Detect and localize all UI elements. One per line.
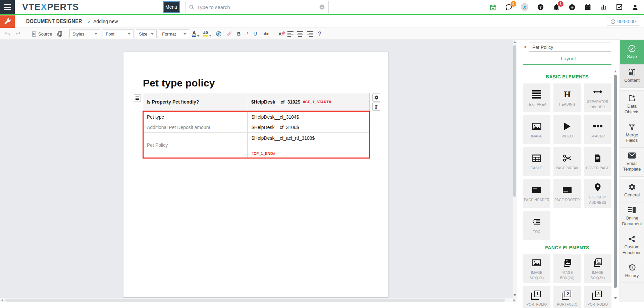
document-page[interactable]: Pet type policy Is Property Pet fiendly?… [123, 52, 388, 298]
merge-field-value[interactable]: $HelpDesk__cf_acf_rtf_3108$ [252, 135, 315, 141]
rail-item-content[interactable]: Content [620, 65, 644, 88]
size-select[interactable]: Size [136, 29, 157, 38]
user-profile-icon[interactable] [631, 3, 639, 11]
table-row[interactable]: Is Property Pet fiendly? $HelpDesk__cf_3… [143, 93, 369, 111]
search-scope-chevron-icon[interactable] [319, 4, 325, 10]
chat-icon[interactable]: 0 [505, 3, 513, 11]
redo-icon[interactable] [14, 30, 22, 38]
breadcrumb-module[interactable]: DOCUMENT DESIGNER [26, 18, 82, 25]
tile-portfolio-1x[interactable]: 1 PORTFOLIO (1X) [523, 286, 550, 308]
extension-wrench-icon[interactable] [0, 15, 15, 28]
quick-create-plus-icon[interactable] [568, 3, 576, 11]
tile-page-footer[interactable]: PAGE FOOTER [553, 179, 581, 208]
table-cell-label[interactable]: Pet Policy [144, 133, 248, 158]
tab-layout[interactable]: Layout [517, 56, 620, 61]
conditional-field-group[interactable]: Pet type $HelpDesk__cf_3104$ Additional … [143, 111, 370, 159]
fancy-elements-heading[interactable]: FANCY ELEMENTS [523, 245, 611, 250]
link-icon[interactable] [215, 30, 223, 38]
tile-image-box-3x[interactable]: IMAGE BOX(3X) [584, 254, 611, 283]
hamburger-menu-icon[interactable] [0, 0, 15, 14]
scroll-left-icon[interactable] [0, 298, 5, 302]
save-button[interactable]: Save [620, 40, 644, 65]
search-input[interactable] [197, 4, 319, 10]
tile-image-box-1x[interactable]: IMAGE BOX(1X) [523, 254, 550, 283]
rail-item-history[interactable]: History [620, 260, 644, 283]
document-title[interactable]: Pet type policy [143, 77, 388, 89]
merge-table[interactable]: Is Property Pet fiendly? $HelpDesk__cf_3… [143, 93, 370, 158]
tile-heading[interactable]: H HEADING [553, 83, 581, 112]
canvas-vertical-scrollbar[interactable] [512, 40, 517, 298]
notifications-bell-icon[interactable]: 1 [552, 3, 560, 11]
timer-widget[interactable]: 00:00:00 [607, 17, 640, 26]
events-calendar-check-icon[interactable] [489, 3, 497, 11]
table-cell-label[interactable]: Additional Pet Deposit amount [144, 122, 248, 132]
block-settings-gear-icon[interactable] [372, 94, 380, 102]
tile-portfolio-3x[interactable]: 3 PORTFOLIO (3X) [584, 286, 611, 308]
strikethrough-button[interactable]: abc [261, 32, 271, 36]
menu-button[interactable]: Menu [163, 1, 180, 13]
table-row[interactable]: Pet Policy $HelpDesk__cf_acf_rtf_3108$ #… [144, 132, 369, 158]
panel-scroll-up-icon[interactable] [613, 69, 618, 73]
italic-button[interactable]: I [245, 31, 250, 37]
rail-item-merge-fields[interactable]: Merge Fields [620, 119, 644, 148]
tile-bill-ship-address[interactable]: BILL/SHIP ADDRESS [584, 179, 611, 208]
rail-item-custom-functions[interactable]: Custom Functions [620, 231, 644, 260]
tile-page-header[interactable]: PAGE HEADER [523, 179, 550, 208]
panel-scroll-down-icon[interactable] [613, 296, 618, 300]
scroll-right-icon[interactable] [512, 298, 517, 302]
table-cell-value[interactable]: $HelpDesk__cf_3102$ #CF_1_START# [247, 93, 369, 111]
table-cell-value[interactable]: $HelpDesk__cf_3106$ [248, 122, 369, 132]
background-color-button[interactable]: ab [203, 30, 212, 38]
tile-portfolio-2x[interactable]: 2 PORTFOLIO (2X) [553, 286, 581, 308]
table-cell-label[interactable]: Pet type [144, 112, 248, 122]
table-cell-value[interactable]: $HelpDesk__cf_3104$ [248, 112, 369, 122]
table-row[interactable]: Pet type $HelpDesk__cf_3104$ [144, 112, 369, 122]
rail-item-general[interactable]: General [620, 179, 644, 202]
align-right-button[interactable] [306, 31, 314, 37]
tile-page-break[interactable]: PAGE BREAK [553, 147, 581, 176]
rail-item-data-objects[interactable]: Data Objects [620, 90, 644, 119]
table-cell-label[interactable]: Is Property Pet fiendly? [143, 93, 247, 111]
rail-item-online-document[interactable]: Online Document [620, 202, 644, 231]
block-delete-trash-icon[interactable] [372, 103, 380, 111]
align-center-button[interactable] [297, 31, 304, 37]
rail-item-email-template[interactable]: Email Template [620, 148, 644, 177]
source-button[interactable]: Source [30, 31, 53, 37]
align-left-button[interactable] [287, 31, 294, 37]
scroll-down-icon[interactable] [513, 293, 517, 298]
templates-icon[interactable] [56, 30, 64, 38]
vtexperts-x-icon[interactable]: X [521, 3, 528, 11]
tile-separator-divider[interactable]: SEPARATOR DIVIDER [584, 83, 611, 112]
bold-button[interactable]: B [235, 31, 242, 37]
canvas-horizontal-scrollbar[interactable] [0, 298, 517, 302]
unlink-icon[interactable] [225, 30, 233, 38]
editor-help-button[interactable]: ? [316, 30, 323, 37]
tile-text-area[interactable]: TEXT AREA [523, 83, 550, 112]
font-select[interactable]: Font [103, 29, 133, 38]
undo-icon[interactable] [3, 30, 11, 38]
format-select[interactable]: Format [159, 29, 189, 38]
editor-canvas[interactable]: Pet type policy Is Property Pet fiendly?… [0, 40, 517, 302]
tile-table[interactable]: TABLE [523, 147, 550, 176]
block-drag-handle-icon[interactable] [134, 94, 141, 102]
styles-select[interactable]: Styles [69, 29, 100, 38]
tile-video[interactable]: VIDEO [553, 115, 581, 144]
calendar-icon[interactable] [584, 3, 591, 11]
tile-toc[interactable]: TOC [523, 211, 550, 240]
basic-elements-heading[interactable]: BASIC ELEMENTS [523, 74, 611, 79]
panel-scrollbar[interactable] [613, 69, 618, 300]
tile-spacer[interactable]: SPACER [584, 115, 611, 144]
help-circle-icon[interactable]: ? [537, 3, 544, 11]
merge-field-value[interactable]: $HelpDesk__cf_3102$ [251, 99, 300, 105]
scroll-up-icon[interactable] [513, 40, 517, 45]
tile-image-box-2x[interactable]: IMAGE BOX(2X) [553, 254, 581, 283]
tasks-check-square-icon[interactable] [615, 3, 623, 11]
panel-scroll-thumb[interactable] [614, 75, 617, 288]
tile-cover-page[interactable]: COVER PAGE [584, 147, 611, 176]
reports-chart-icon[interactable] [600, 3, 607, 11]
table-cell-value[interactable]: $HelpDesk__cf_acf_rtf_3108$ #CF_1_END# [248, 133, 369, 158]
merge-table-block[interactable]: Is Property Pet fiendly? $HelpDesk__cf_3… [143, 93, 370, 158]
table-row[interactable]: Additional Pet Deposit amount $HelpDesk_… [144, 122, 369, 132]
tile-image[interactable]: IMAGE [523, 115, 550, 144]
template-name-input[interactable] [529, 43, 611, 52]
